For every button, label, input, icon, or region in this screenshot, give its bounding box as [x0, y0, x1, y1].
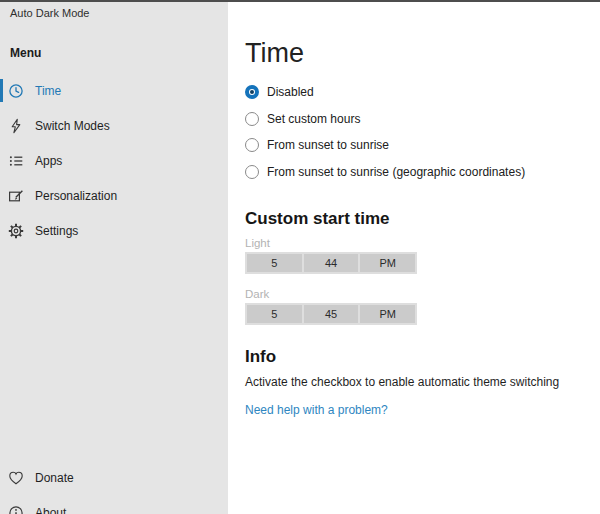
- sidebar-item-donate[interactable]: Donate: [0, 460, 228, 495]
- radio-button[interactable]: [245, 165, 259, 179]
- radio-label: Disabled: [267, 85, 314, 99]
- main-content: Time Disabled Set custom hours From suns…: [228, 2, 600, 514]
- clock-icon: [8, 83, 24, 99]
- radio-label: Set custom hours: [267, 112, 360, 126]
- light-period-segment[interactable]: PM: [360, 254, 415, 272]
- app-window: Auto Dark Mode Menu Time: [0, 0, 600, 514]
- page-title: Time: [245, 38, 600, 68]
- info-icon: [8, 505, 24, 514]
- menu-heading: Menu: [10, 46, 41, 60]
- radio-option-sunset-to-sunrise[interactable]: From sunset to sunrise: [245, 138, 600, 152]
- info-text: Activate the checkbox to enable automati…: [245, 375, 600, 389]
- light-time-picker[interactable]: 5 44 PM: [245, 252, 417, 274]
- info-heading: Info: [245, 347, 600, 367]
- dark-time-picker-group: Dark 5 45 PM: [245, 288, 600, 325]
- sidebar-item-label: Apps: [35, 154, 62, 168]
- dark-minute-segment[interactable]: 45: [304, 305, 359, 323]
- light-label: Light: [245, 237, 600, 250]
- lightning-icon: [8, 118, 24, 134]
- heart-icon: [8, 470, 24, 486]
- gear-icon: [8, 223, 24, 239]
- light-time-picker-group: Light 5 44 PM: [245, 237, 600, 274]
- custom-start-time-heading: Custom start time: [245, 209, 600, 229]
- dark-period-segment[interactable]: PM: [360, 305, 415, 323]
- dark-time-picker[interactable]: 5 45 PM: [245, 303, 417, 325]
- radio-label: From sunset to sunrise: [267, 138, 389, 152]
- radio-button[interactable]: [245, 112, 259, 126]
- dark-label: Dark: [245, 288, 600, 301]
- sidebar-item-switch-modes[interactable]: Switch Modes: [0, 108, 228, 143]
- radio-option-sunset-to-sunrise-geo[interactable]: From sunset to sunrise (geographic coord…: [245, 165, 600, 179]
- radio-button[interactable]: [245, 138, 259, 152]
- sidebar-footer: Donate About: [0, 460, 228, 514]
- help-link[interactable]: Need help with a problem?: [245, 403, 388, 417]
- sidebar-item-label: About: [35, 506, 66, 514]
- sidebar-item-apps[interactable]: Apps: [0, 143, 228, 178]
- sidebar-item-label: Switch Modes: [35, 119, 110, 133]
- light-hour-segment[interactable]: 5: [247, 254, 302, 272]
- app-title: Auto Dark Mode: [10, 7, 89, 19]
- sidebar-item-label: Settings: [35, 224, 78, 238]
- radio-button-selected[interactable]: [245, 85, 259, 99]
- sidebar-item-time[interactable]: Time: [0, 73, 228, 108]
- sidebar: Auto Dark Mode Menu Time: [0, 2, 228, 514]
- active-indicator-bar: [0, 79, 3, 102]
- edit-icon: [8, 188, 24, 204]
- sidebar-nav: Time Switch Modes: [0, 73, 228, 248]
- sidebar-item-settings[interactable]: Settings: [0, 213, 228, 248]
- sidebar-item-personalization[interactable]: Personalization: [0, 178, 228, 213]
- radio-option-disabled[interactable]: Disabled: [245, 85, 600, 99]
- sidebar-item-label: Time: [35, 84, 61, 98]
- sidebar-item-about[interactable]: About: [0, 495, 228, 514]
- list-icon: [8, 153, 24, 169]
- dark-hour-segment[interactable]: 5: [247, 305, 302, 323]
- time-mode-radio-group: Disabled Set custom hours From sunset to…: [245, 85, 600, 179]
- radio-label: From sunset to sunrise (geographic coord…: [267, 165, 525, 179]
- radio-option-set-custom-hours[interactable]: Set custom hours: [245, 112, 600, 126]
- sidebar-item-label: Personalization: [35, 189, 117, 203]
- sidebar-item-label: Donate: [35, 471, 74, 485]
- light-minute-segment[interactable]: 44: [304, 254, 359, 272]
